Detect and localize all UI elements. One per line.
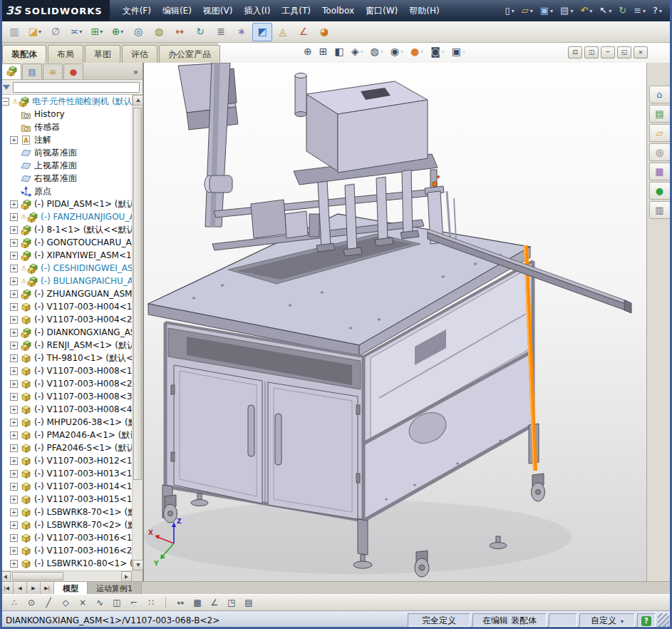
custom-properties-tab[interactable]: ▥	[649, 201, 671, 219]
horizontal-scroll-thumb[interactable]	[12, 572, 63, 581]
menu-window[interactable]: 窗口(W)	[360, 0, 403, 21]
expand-toggle-icon[interactable]: +	[10, 431, 18, 439]
tree-item[interactable]: 原点	[0, 185, 132, 198]
expand-toggle-icon[interactable]: +	[10, 316, 18, 324]
display-style-button[interactable]: ◍▾	[368, 44, 386, 58]
menu-edit[interactable]: 编辑(E)	[157, 0, 197, 21]
section-view-button[interactable]: ◧	[331, 44, 346, 58]
tab-office-products[interactable]: 办公室产品	[159, 45, 220, 63]
menu-view[interactable]: 视图(V)	[197, 0, 239, 21]
expand-toggle-icon[interactable]: +	[10, 329, 18, 337]
door-handle-left[interactable]	[248, 405, 254, 456]
tree-item[interactable]: −⚠电子元件性能检测机 (默认	[0, 95, 132, 108]
show-hidden-button[interactable]: ◍	[149, 23, 169, 41]
expand-toggle-icon[interactable]: +	[10, 265, 18, 272]
tab-scroll-first-button[interactable]: |◀	[0, 582, 14, 594]
save-button[interactable]: ▣▾	[537, 4, 556, 17]
tree-item[interactable]: +(-) V1107-003-H004<2> (默认	[0, 313, 132, 326]
apply-scene-button[interactable]: ◙▾	[428, 44, 448, 58]
tree-item[interactable]: +(-) 8-1<1> (默认<<默认>_显	[0, 223, 132, 236]
zoom-to-area-button[interactable]: ⊞	[316, 44, 331, 58]
smart-fasteners-button[interactable]: ≣	[211, 23, 231, 41]
tree-item[interactable]: +(-) V1107-003-H016<2> (默认	[0, 544, 132, 557]
tree-item[interactable]: +(-) GONGTOUCHARU_ASM<1	[0, 236, 132, 249]
insert-component-button[interactable]: ⊕▾	[108, 23, 128, 41]
tree-item[interactable]: +(-) XIPANYIWEI_ASM<1> (默	[0, 249, 132, 262]
erase-tool-button[interactable]: ×	[74, 596, 91, 610]
search-tab[interactable]: ◎	[649, 143, 671, 161]
grid-snap-button[interactable]: ▦	[189, 596, 206, 610]
tree-horizontal-scrollbar[interactable]	[0, 571, 132, 581]
menu-file[interactable]: 文件(F)	[117, 0, 157, 21]
point-tool-button[interactable]: ∴	[6, 596, 23, 610]
scroll-right-button[interactable]	[121, 571, 132, 582]
restore-button[interactable]: ◱	[617, 46, 631, 58]
view-palette-tab[interactable]: ▦	[649, 163, 671, 180]
undo-button[interactable]: ↶▾	[577, 4, 595, 17]
propertymanager-tab[interactable]: ▤	[22, 63, 42, 79]
tree-item[interactable]: 上视基准面	[0, 159, 132, 172]
configurationmanager-tab[interactable]: ≡	[43, 63, 63, 79]
expand-toggle-icon[interactable]: +	[10, 367, 18, 375]
tree-item[interactable]: +⚠(-) FANZHUANJIGOU_ASM	[0, 210, 132, 223]
expand-toggle-icon[interactable]: +	[10, 496, 18, 503]
spline-tool-button[interactable]: ∿	[91, 596, 108, 610]
menu-tools[interactable]: 工具(T)	[276, 0, 316, 21]
tree-item[interactable]: +(-) ZHUANGGUAN_ASM<1> (默	[0, 287, 132, 300]
line-tool-button[interactable]: ╱	[40, 596, 57, 610]
expand-toggle-icon[interactable]: +	[10, 393, 18, 401]
tree-item[interactable]: +⚠(-) BULIANGPAICHU_ASM-	[0, 275, 132, 287]
tree-item[interactable]: +(-) V1107-003-H004<1> (默认	[0, 300, 132, 313]
tree-item[interactable]: +(-) V1107-003-H014<1> (默认	[0, 480, 132, 493]
tree-item[interactable]: +(-) V1107-003-H012<1> (默认	[0, 454, 132, 467]
expand-toggle-icon[interactable]: +	[10, 303, 18, 311]
solidworks-resources-tab[interactable]: ⌂	[649, 86, 671, 103]
open-recent-button[interactable]: ◪▾	[25, 23, 45, 41]
expand-toggle-icon[interactable]: +	[10, 419, 18, 426]
expand-toggle-icon[interactable]: +	[10, 354, 18, 362]
tab-scroll-left-button[interactable]: ◀	[14, 582, 27, 594]
minimize-button[interactable]: ─	[601, 46, 615, 58]
door-handle-right[interactable]	[275, 414, 281, 465]
hide-show-items-button[interactable]: ◉▾	[388, 44, 406, 58]
tree-item[interactable]: +(-) MHPU206-38<1> (默认<	[0, 416, 132, 429]
edit-appearance-button[interactable]: ●▾	[408, 44, 426, 58]
rotate-component-button[interactable]: ↻	[190, 23, 210, 41]
tree-item[interactable]: +(-) V1107-003-H015<1> (默认	[0, 493, 132, 506]
tree-item[interactable]: +(-) V1107-003-H008<4> (默认	[0, 403, 132, 416]
expand-toggle-icon[interactable]: +	[10, 547, 18, 555]
help-button[interactable]: ?▾	[650, 4, 665, 17]
options-button[interactable]: ≡▾	[631, 4, 648, 17]
assembly-visualization-button[interactable]: ◩	[252, 23, 272, 41]
tab-model[interactable]: 模型	[54, 582, 88, 594]
featuremanager-tab[interactable]	[1, 63, 21, 79]
expand-toggle-icon[interactable]: +	[10, 226, 18, 234]
paste-button[interactable]: ▥	[4, 23, 24, 41]
mirror-tool-button[interactable]: ◫	[108, 596, 125, 610]
tree-item[interactable]: +(-) LSBWRK8-70<1> (默认<<	[0, 506, 132, 518]
mass-properties-button[interactable]: ◕	[314, 23, 334, 41]
expand-toggle-icon[interactable]: +	[10, 521, 18, 529]
tree-item[interactable]: +(-) RENJI_ASM<1> (默认<<默	[0, 339, 132, 352]
tree-item[interactable]: +(-) TH-9810<1> (默认<<默认	[0, 352, 132, 364]
tree-item[interactable]: +(-) DIANKONGXIANG_ASM<1	[0, 326, 132, 339]
tree-item[interactable]: History	[0, 108, 132, 121]
mate-button[interactable]: ◎	[128, 23, 148, 41]
smart-dimension-button[interactable]: ↔	[172, 596, 189, 610]
displaymanager-tab[interactable]: ●	[63, 63, 83, 79]
tree-item[interactable]: +(-) V1107-003-H008<1> (默认	[0, 364, 132, 377]
resize-grip[interactable]	[658, 613, 669, 627]
expand-toggle-icon[interactable]: +	[10, 560, 18, 568]
interference-detection-button[interactable]: ◬	[273, 23, 293, 41]
tree-item[interactable]: +(-) V1107-003-H016<1> (默认	[0, 531, 132, 544]
expand-toggle-icon[interactable]: +	[10, 380, 18, 388]
tree-item[interactable]: +(-) LSBWRK10-80<1> (默认	[0, 557, 132, 570]
expand-toggle-icon[interactable]: +	[10, 406, 18, 414]
plane-tool-button[interactable]: ◳	[223, 596, 240, 610]
expand-toggle-icon[interactable]: +	[10, 457, 18, 465]
expand-toggle-icon[interactable]: +	[10, 252, 18, 260]
scroll-down-button[interactable]	[133, 560, 143, 571]
menu-help[interactable]: 帮助(H)	[403, 0, 445, 21]
swap-window-button[interactable]: ◫	[584, 46, 599, 58]
file-explorer-tab[interactable]: ▱	[649, 124, 671, 142]
